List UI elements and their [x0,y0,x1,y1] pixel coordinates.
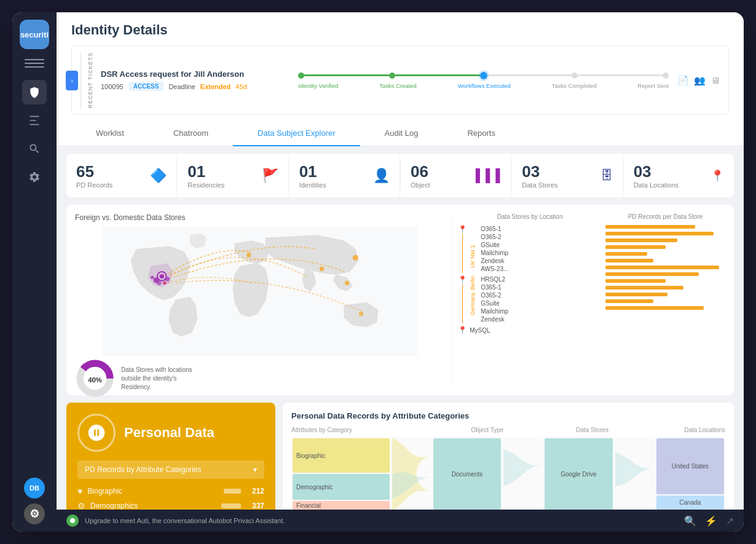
menu-button[interactable] [25,59,44,71]
sidebar-item-chart[interactable] [22,108,47,133]
search-status-icon[interactable]: 🔍 [684,515,696,527]
step-label-5: Report Sent [637,82,669,89]
wave-svg-3 [615,437,654,510]
content-area: 65 PD Records 🔷 01 Residencies 🚩 [57,146,744,510]
bar-2 [605,232,713,235]
stat-residencies-content: 01 Residencies [187,162,224,189]
stat-number-5: 03 [522,162,557,181]
stat-label-6: Data Locations [634,181,679,189]
step-line-4 [578,74,663,76]
records-card: Personal Data Records by Attribute Categ… [283,403,734,510]
ticket-doc-icon[interactable]: 📄 [677,75,689,86]
status-text: Upgrade to meet Auti, the conversational… [85,517,678,524]
map-section: Foreign vs. Domestic Data Stores [66,205,734,395]
step-label-2: Tasks Created [379,82,417,89]
ticket-meta: 100095 ACCESS Deadline Extended 45d [101,82,286,91]
pd-dropdown[interactable]: PD Records by Attribute Categories ▾ [77,460,264,479]
arrow-status-icon[interactable]: ↗ [726,515,734,527]
stat-label-4: Object [411,181,430,189]
stat-number-3: 01 [299,162,326,181]
bar-7 [605,266,719,269]
pd-icon-svg [87,423,106,443]
berlin-store-1: HRSQL2 [481,275,508,283]
status-bar: Upgrade to meet Auti, the conversational… [57,510,744,532]
bars-col: PD Records per Data Store [605,213,725,387]
main-content: Identity Details › RECENT TICKETS DSR Ac… [57,12,744,532]
ticket-id: 100095 [101,83,124,90]
app-logo[interactable]: securiti [20,20,49,49]
pd-item-1-label: Biographic [87,487,219,495]
tab-audit-log[interactable]: Audit Log [360,121,443,147]
step-dot-4 [572,73,578,79]
step-label-3: Workflows Executed [458,82,511,89]
ticket-screen-icon[interactable]: 🖥 [711,75,720,85]
records-title: Personal Data Records by Attribute Categ… [291,411,725,420]
tab-worklist[interactable]: Worklist [71,121,149,147]
obj-documents: Documents [433,438,501,510]
pd-item-1-bar [224,489,241,494]
uk-items: UK NW 1 O365-1 O365-2 GSuite Mailchimp Z… [470,225,508,273]
uk-store-6: AWS-23... [481,265,508,273]
donut-percent-text: 40% [88,376,102,384]
ticket-deadline-label: Deadline [168,83,195,90]
donut-legend: 40% Data Stores with locations outside t… [75,358,445,398]
stat-label-2: Residencies [187,181,224,189]
berlin-store-5: Mailchimp [481,307,508,315]
user-avatar-dot[interactable]: ⚙ [24,503,45,524]
attr-financial: Financial [293,501,390,510]
bar-5 [605,252,647,256]
mysql-label: MySQL [470,327,490,334]
stat-number-4: 06 [411,162,430,181]
stat-label-1: PD Records [76,181,112,189]
tickets-toggle[interactable]: › [66,71,78,90]
stat-icon-6: 📍 [711,169,724,183]
ticket-title: DSR Access request for Jill Anderson [101,69,286,79]
bar-6 [605,259,653,262]
berlin-pin-col: 📍 [458,275,467,323]
uk-store-2: O365-2 [481,233,508,241]
col-header-3: Data Stores [543,427,641,433]
progress-dots-row [298,72,669,79]
stat-number-6: 03 [634,162,679,181]
sidebar: securiti DB ⚙ [12,12,57,532]
berlin-store-list: HRSQL2 O365-1 O365-2 GSuite Mailchimp Ze… [481,275,508,323]
step-dot-5 [663,73,669,79]
col2-title: PD Records per Data Store [605,213,725,220]
map-right: Data Stores by Location 📍 UK NW 1 [451,213,725,387]
berlin-pin-icon: 📍 [458,275,467,284]
page-title: Identity Details [71,22,167,38]
bar-10 [605,286,683,290]
wave-svg-1 [392,437,431,510]
step-dot-1 [298,73,304,79]
step-label-1: Identity Verified [298,82,338,89]
progress-labels-row: Identity Verified Tasks Created Workflow… [298,82,669,89]
donut-label: Data Stores with locations outside the i… [121,366,207,392]
tab-chatroom[interactable]: Chatroom [149,121,233,147]
uk-pin-col: 📍 [458,225,467,273]
bars-list [605,225,725,310]
page-title-row: Identity Details [71,22,729,38]
attr-col: Biographic Demographic Financial [291,437,391,510]
step-dot-3 [480,72,487,79]
stat-number-2: 01 [187,162,224,181]
stat-data-stores-content: 03 Data Stores [522,162,557,189]
locations-col: United States Canada [655,437,725,510]
step-dot-2 [389,73,395,79]
sidebar-item-settings[interactable] [22,165,47,189]
mysql-group: 📍 MySQL [458,326,602,334]
map-left: Foreign vs. Domestic Data Stores [75,213,445,387]
svg-point-3 [345,281,349,285]
sidebar-item-shield[interactable] [22,80,47,104]
col-header-1: Attributes by Category [291,427,431,433]
sidebar-item-search[interactable] [22,136,47,161]
bar-9 [605,279,665,283]
berlin-region-label: Germany, Berlin [470,275,476,315]
filter-status-icon[interactable]: ⚡ [705,515,717,527]
ticket-user-icon[interactable]: 👥 [694,75,706,86]
tab-reports[interactable]: Reports [443,121,520,147]
attr-biographic: Biographic [293,438,390,473]
user-avatar-db[interactable]: DB [24,478,45,499]
tab-data-subject-explorer[interactable]: Data Subject Explorer [233,121,360,147]
stat-label-5: Data Stores [522,181,557,189]
stat-object: 06 Object ▐▐▐ [401,154,511,197]
